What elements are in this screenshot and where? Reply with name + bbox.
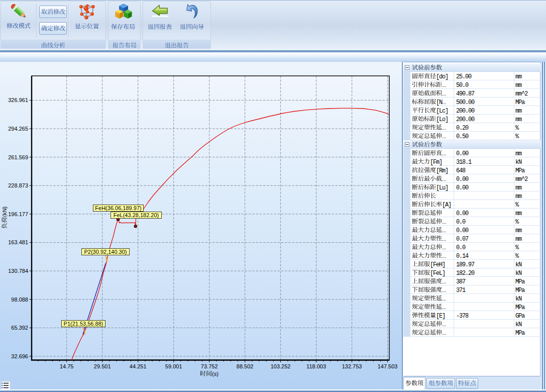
svg-text:32.696: 32.696 (11, 353, 28, 359)
svg-text:...: ... (442, 134, 446, 139)
svg-text:...: ... (442, 305, 446, 310)
svg-text:...: ... (442, 236, 446, 242)
svg-text:200: 200 (456, 108, 466, 115)
svg-text:kN: kN (515, 159, 522, 166)
svg-text:...: ... (442, 245, 446, 250)
svg-text:294.265: 294.265 (8, 126, 28, 132)
svg-text:00: 00 (462, 210, 469, 217)
svg-text:0: 0 (462, 219, 466, 226)
svg-text:326.961: 326.961 (8, 97, 28, 103)
svg-text:...: ... (442, 253, 446, 259)
svg-text:...: ... (442, 296, 446, 302)
svg-text:MPa: MPa (515, 99, 525, 106)
svg-text:...: ... (442, 322, 446, 327)
svg-text:118.003: 118.003 (306, 363, 326, 369)
svg-text:14.75: 14.75 (60, 363, 74, 369)
svg-text:kN: kN (515, 296, 522, 303)
svg-text:GPa: GPa (515, 313, 525, 320)
svg-text:103.252: 103.252 (271, 363, 291, 369)
svg-text:mm: mm (515, 227, 522, 234)
svg-text:00: 00 (462, 227, 469, 234)
svg-text:371: 371 (456, 287, 466, 294)
svg-text:mm: mm (515, 236, 522, 243)
svg-text:mm: mm (515, 150, 522, 157)
svg-text:(kN): (kN) (2, 207, 8, 217)
svg-text:mm: mm (515, 82, 522, 89)
svg-text:200: 200 (456, 116, 466, 123)
svg-text:MPa: MPa (515, 278, 525, 285)
svg-text:00: 00 (468, 108, 475, 115)
svg-text:98.088: 98.088 (11, 297, 28, 303)
svg-text:mm: mm (515, 193, 522, 200)
svg-text:MPa: MPa (515, 304, 525, 311)
svg-text:[E]: [E] (436, 313, 445, 320)
svg-text:00: 00 (465, 73, 472, 80)
svg-text:87: 87 (468, 90, 475, 97)
svg-text:...: ... (442, 151, 446, 156)
svg-text:...: ... (442, 176, 446, 182)
svg-text:00: 00 (468, 116, 475, 123)
svg-text:29.501: 29.501 (94, 363, 111, 369)
svg-text:...: ... (442, 100, 446, 105)
svg-text:20: 20 (462, 125, 469, 132)
svg-text:...: ... (442, 125, 446, 131)
svg-text:44.251: 44.251 (130, 363, 147, 369)
svg-text:261.569: 261.569 (8, 154, 28, 160)
svg-text:-378: -378 (456, 313, 469, 320)
svg-text:mm: mm (515, 184, 522, 191)
svg-text:mm: mm (515, 210, 522, 217)
svg-text:[A]: [A] (442, 202, 451, 209)
svg-text:00: 00 (462, 176, 469, 183)
svg-text:MPa: MPa (515, 330, 525, 337)
svg-text:[Rm]: [Rm] (436, 167, 448, 174)
svg-text:MPa: MPa (515, 287, 525, 294)
svg-text:228.873: 228.873 (8, 182, 28, 188)
svg-text:[FeL]: [FeL] (430, 270, 445, 277)
svg-text:0: 0 (462, 244, 466, 251)
svg-text:(s): (s) (212, 371, 219, 377)
svg-text:00: 00 (462, 184, 469, 191)
svg-text:mm: mm (515, 73, 522, 80)
svg-text:[Lc]: [Lc] (436, 108, 448, 115)
svg-text:...: ... (442, 287, 446, 293)
svg-text:50: 50 (462, 133, 469, 140)
svg-text:mm: mm (515, 116, 522, 123)
svg-text:[Lo]: [Lo] (436, 116, 448, 123)
svg-text:20: 20 (468, 270, 475, 277)
svg-text:...: ... (442, 219, 446, 225)
svg-text:189: 189 (456, 261, 466, 268)
svg-text:1: 1 (468, 159, 472, 166)
svg-text:kN: kN (515, 270, 522, 277)
svg-text:...: ... (442, 82, 446, 88)
svg-text:88.502: 88.502 (237, 363, 254, 369)
svg-text:mm^2: mm^2 (515, 90, 528, 97)
svg-text:07: 07 (462, 236, 469, 243)
svg-text:...: ... (442, 91, 446, 96)
svg-text:387: 387 (456, 278, 466, 285)
svg-text:mm^2: mm^2 (515, 176, 528, 183)
svg-text:kN: kN (515, 321, 522, 328)
svg-text:490: 490 (456, 90, 466, 97)
svg-text:182: 182 (456, 270, 466, 277)
svg-text:648: 648 (456, 167, 466, 174)
svg-text:...: ... (442, 330, 446, 336)
svg-text:[Lu]: [Lu] (436, 184, 448, 191)
svg-text:00: 00 (462, 150, 469, 157)
svg-text:mm: mm (515, 108, 522, 115)
svg-text:...: ... (442, 279, 446, 284)
svg-text:196.177: 196.177 (8, 211, 28, 217)
svg-text:147.503: 147.503 (378, 363, 398, 369)
svg-text:...: ... (442, 228, 446, 233)
svg-text:130.784: 130.784 (8, 268, 28, 274)
svg-text:MPa: MPa (515, 167, 525, 174)
svg-text:[do]: [do] (436, 73, 448, 80)
svg-text:[FeH]: [FeH] (430, 261, 445, 268)
svg-text:500: 500 (456, 99, 466, 106)
svg-text:0: 0 (465, 82, 469, 89)
svg-text:132.753: 132.753 (342, 363, 362, 369)
svg-text:[Fm]: [Fm] (430, 159, 442, 166)
svg-text:59.001: 59.001 (165, 363, 182, 369)
svg-text:kN: kN (515, 261, 522, 268)
svg-text:163.481: 163.481 (8, 239, 28, 245)
svg-text:73.752: 73.752 (201, 363, 218, 369)
